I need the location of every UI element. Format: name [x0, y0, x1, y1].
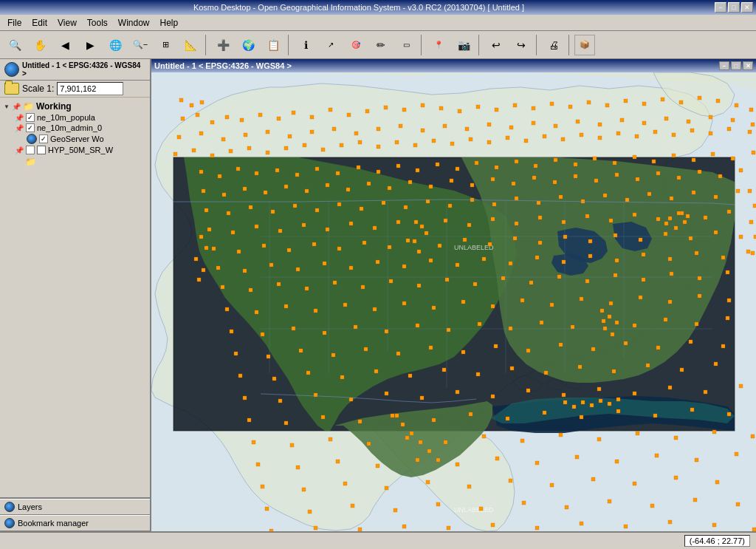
scale-bar: Scale 1: — [0, 81, 150, 98]
snap-tool[interactable]: 📍 — [427, 34, 450, 56]
menu-edit[interactable]: Edit — [27, 16, 52, 30]
menu-tools[interactable]: Tools — [83, 16, 112, 30]
forward-tool[interactable]: ▶ — [78, 34, 102, 56]
globe-icon — [4, 62, 19, 77]
print-tool[interactable]: 🖨 — [542, 34, 566, 56]
zoom-rect-tool[interactable]: ⊞ — [154, 34, 177, 56]
title-text: Kosmo Desktop - Open Geographical Inform… — [3, 0, 715, 15]
sep2 — [288, 35, 291, 55]
svg-text:UNLABELED: UNLABELED — [454, 506, 494, 514]
sep5 — [536, 35, 539, 55]
edit2-tool[interactable]: ▭ — [394, 34, 418, 56]
pin-icon-2: 📌 — [15, 124, 24, 132]
layer-hyp-item[interactable]: 📌 HYP_50M_SR_W — [3, 145, 147, 155]
main-content: Untitled - 1 < EPSG:4326 - WGS84 > Scale… — [0, 59, 756, 531]
minimize-button[interactable]: − — [715, 2, 726, 13]
title-bar: Kosmo Desktop - Open Geographical Inform… — [0, 0, 756, 15]
geoserver-label: GeoServer Wo — [50, 134, 104, 143]
map-win-controls: − □ ✕ — [719, 61, 753, 70]
layers-label: Layers — [18, 502, 42, 511]
pin-icon-3: 📌 — [15, 146, 24, 154]
geoserver-item[interactable]: GeoServer Wo — [3, 133, 147, 145]
layers-icon — [4, 502, 15, 512]
camera-tool[interactable]: 📷 — [452, 34, 475, 56]
bookmark-icon — [4, 518, 15, 528]
tree-working-group: ▼ 📌 📁 Working 📌 ne_10m_popula 📌 ne_10m_a… — [3, 100, 147, 167]
pin-icon-1: 📌 — [15, 114, 24, 122]
menu-help[interactable]: Help — [156, 16, 183, 30]
menu-file[interactable]: File — [3, 16, 26, 30]
coordinates-display: (-64.46 ; 22.77) — [684, 535, 750, 547]
menu-view[interactable]: View — [53, 16, 81, 30]
map-header: Untitled - 1 < EPSG:4326 - WGS84 > — [0, 59, 150, 81]
scale-input[interactable] — [57, 82, 123, 95]
sep6 — [568, 35, 571, 55]
layer-color-box — [37, 146, 46, 154]
bookmark-label: Bookmark manager — [18, 519, 89, 528]
bottom-panel: Layers Bookmark manager — [0, 497, 150, 531]
working-label: Working — [36, 101, 72, 112]
edit-tool[interactable]: ✏ — [369, 34, 393, 56]
layer-admin-checkbox[interactable] — [26, 123, 35, 132]
sep4 — [478, 35, 481, 55]
scale-label: Scale 1: — [22, 83, 54, 94]
layer-hyp-checkbox[interactable] — [26, 146, 35, 154]
svg-text:UNLABELED: UNLABELED — [454, 244, 494, 251]
pan-tool[interactable]: ✋ — [28, 34, 52, 56]
sep1 — [205, 35, 208, 55]
hyp-folder: 📁 — [3, 155, 147, 167]
table-tool[interactable]: 📋 — [261, 34, 285, 56]
layer-popula-checkbox[interactable] — [26, 113, 35, 122]
add-layer-tool[interactable]: ➕ — [211, 34, 235, 56]
zoom-out-tool[interactable]: 🔍− — [128, 34, 152, 56]
back-tool[interactable]: ◀ — [53, 34, 77, 56]
window-controls: − □ ✕ — [715, 2, 753, 13]
select-tool[interactable]: ↗ — [319, 34, 343, 56]
map-win-title-text: Untitled - 1 < EPSG:4326 - WGS84 > — [154, 61, 292, 70]
status-bar: (-64.46 ; 22.77) — [0, 531, 756, 549]
layer-admin-item[interactable]: 📌 ne_10m_admin_0 — [3, 123, 147, 133]
folder-icon[interactable] — [4, 83, 19, 95]
menu-window[interactable]: Window — [114, 16, 154, 30]
redo-tool[interactable]: ↪ — [509, 34, 533, 56]
left-panel: Untitled - 1 < EPSG:4326 - WGS84 > Scale… — [0, 59, 151, 531]
map-title: Untitled - 1 < EPSG:4326 - WGS84 > — [22, 61, 145, 78]
layer-admin-label: ne_10m_admin_0 — [37, 123, 102, 132]
maximize-button[interactable]: □ — [728, 2, 740, 13]
geoserver-checkbox[interactable] — [39, 134, 48, 143]
undo-tool[interactable]: ↩ — [484, 34, 508, 56]
toolbar: 🔍 ✋ ◀ ▶ 🌐 🔍− ⊞ 📐 ➕ 🌍 📋 ℹ ↗ 🎯 ✏ ▭ 📍 📷 ↩ ↪… — [0, 31, 756, 59]
map-minimize-btn[interactable]: − — [719, 61, 729, 70]
earth-icon — [27, 134, 37, 144]
globe-tool[interactable]: 🌐 — [103, 34, 127, 56]
layers-button[interactable]: Layers — [0, 499, 150, 515]
ext-button[interactable]: 📦 — [574, 35, 595, 55]
working-group-header[interactable]: ▼ 📌 📁 Working — [3, 100, 147, 112]
map-window-title: Untitled - 1 < EPSG:4326 - WGS84 > − □ ✕ — [151, 59, 756, 72]
map-close-btn[interactable]: ✕ — [743, 61, 753, 70]
map-maximize-btn[interactable]: □ — [731, 61, 741, 70]
measure-tool[interactable]: 📐 — [179, 34, 202, 56]
map-area[interactable]: Untitled - 1 < EPSG:4326 - WGS84 > − □ ✕ — [151, 59, 756, 531]
identify-tool[interactable]: 🎯 — [344, 34, 368, 56]
info-tool[interactable]: ℹ — [294, 34, 317, 56]
layer-popula-item[interactable]: 📌 ne_10m_popula — [3, 112, 147, 123]
sep3 — [421, 35, 424, 55]
folder-tree-icon: 📁 — [23, 101, 34, 112]
close-button[interactable]: ✕ — [741, 2, 753, 13]
wms-tool[interactable]: 🌍 — [236, 34, 260, 56]
pin-icon: 📌 — [12, 103, 21, 111]
zoom-in-tool[interactable]: 🔍 — [3, 34, 27, 56]
map-svg: UNLABELED UNLABELED — [151, 72, 756, 531]
tree-panel: ▼ 📌 📁 Working 📌 ne_10m_popula 📌 ne_10m_a… — [0, 98, 150, 497]
menu-bar: File Edit View Tools Window Help — [0, 15, 756, 31]
layer-popula-label: ne_10m_popula — [37, 113, 95, 122]
expand-icon: ▼ — [4, 103, 10, 110]
layer-hyp-label: HYP_50M_SR_W — [48, 146, 113, 154]
bookmark-button[interactable]: Bookmark manager — [0, 515, 150, 531]
map-canvas[interactable]: UNLABELED UNLABELED — [151, 72, 756, 531]
ext-icon: 📦 — [580, 40, 590, 50]
